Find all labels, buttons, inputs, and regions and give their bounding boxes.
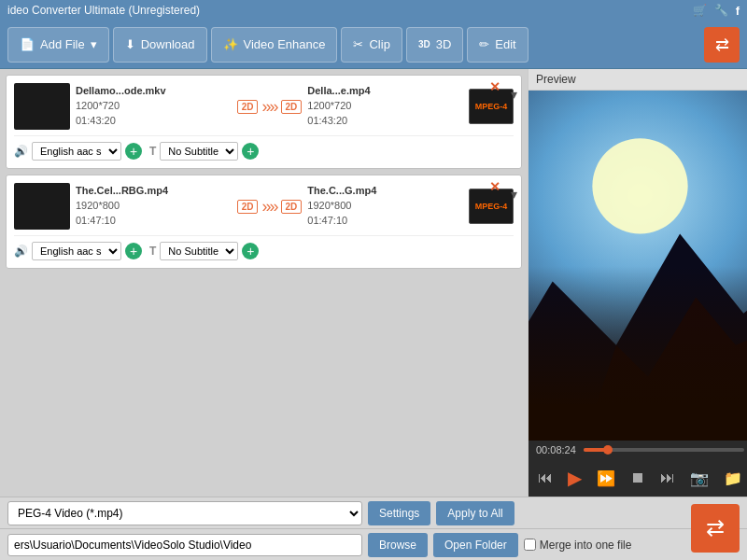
file-thumbnail [14,183,70,230]
file-expand-button[interactable]: ▾ [511,87,517,102]
skip-back-button[interactable]: ⏮ [534,468,557,488]
add-audio-button[interactable]: + [125,143,142,160]
file-input-name: Dellamo...ode.mkv [76,85,232,96]
file-info: Dellamo...ode.mkv 1200*720 01:43:20 [76,85,232,129]
audio-icon: 🔊 [14,145,28,158]
settings-button[interactable]: Settings [368,501,430,525]
file-expand-button[interactable]: ▾ [511,187,517,202]
conversion-arrow: 2D »» 2D [237,97,303,117]
file-item-bottom: 🔊 English aac s + T No Subtitle + [14,135,514,161]
audio-select: 🔊 English aac s + [14,242,142,260]
video-enhance-label: Video Enhance [244,37,326,51]
skip-forward-button[interactable]: ⏭ [656,468,679,488]
edit-label: Edit [495,37,515,51]
subtitle-dropdown[interactable]: No Subtitle [160,142,238,161]
download-label: Download [141,37,195,51]
file-info: The.Cel...RBG.mp4 1920*800 01:47:10 [76,185,232,229]
input-badge: 2D [237,100,259,114]
conversion-arrow: 2D »» 2D [237,197,303,217]
format-select[interactable]: PEG-4 Video (*.mp4) [7,501,362,525]
file-output-name: Della...e.mp4 [307,85,463,96]
stop-button[interactable]: ⏹ [627,468,649,488]
svg-marker-3 [585,298,747,441]
progress-bar[interactable] [584,448,744,452]
file-output-meta: 1200*720 01:43:20 [307,98,463,129]
file-input-name: The.Cel...RBG.mp4 [76,185,232,196]
preview-title: Preview [536,73,576,86]
browse-button[interactable]: Browse [368,533,428,557]
3d-badge: 3D [418,39,430,49]
title-bar: ideo Converter Ultimate (Unregistered) 🛒… [0,0,747,21]
preview-time-bar: 00:08:24 [529,441,747,459]
arrow-icon: »» [261,97,276,117]
output-badge-2d: 2D [281,200,303,214]
file-output-meta: 1920*800 01:47:10 [307,198,463,229]
arrow-icon: »» [261,197,276,217]
toolbar: 📄 Add File ▾ ⬇ Download ✨ Video Enhance … [0,21,747,69]
add-file-icon: 📄 [20,37,35,51]
fast-forward-button[interactable]: ⏩ [593,468,619,489]
file-list: ✕ ▾ Dellamo...ode.mkv 1200*720 01:43:20 … [0,69,528,497]
output-badge-2d: 2D [281,100,303,114]
merge-checkbox[interactable] [524,539,536,551]
merge-text: Merge into one file [540,539,632,552]
preview-header: Preview [529,69,747,91]
preview-panel: Preview [528,69,747,497]
video-enhance-button[interactable]: ✨ Video Enhance [211,27,338,63]
bottom-path-bar: Browse Open Folder Merge into one file [0,528,747,560]
3d-label: 3D [436,37,452,51]
add-file-label: Add File [40,37,85,51]
progress-thumb [603,445,613,455]
audio-select: 🔊 English aac s + [14,142,142,161]
open-folder-button[interactable]: Open Folder [433,533,518,557]
cart-icon[interactable]: 🛒 [693,4,707,18]
add-file-button[interactable]: 📄 Add File ▾ [7,27,109,63]
add-file-dropdown-icon: ▾ [91,37,97,51]
merge-label[interactable]: Merge into one file [524,539,632,552]
add-subtitle-button[interactable]: + [242,243,259,259]
download-icon: ⬇ [125,37,135,51]
subtitle-icon: T [149,245,156,258]
file-item-top: The.Cel...RBG.mp4 1920*800 01:47:10 2D »… [14,183,514,230]
convert-button[interactable]: ⇄ [691,504,740,553]
edit-icon: ✏ [479,37,489,51]
video-enhance-icon: ✨ [223,37,238,51]
add-audio-button[interactable]: + [125,243,142,259]
subtitle-dropdown[interactable]: No Subtitle [160,242,238,260]
download-button[interactable]: ⬇ Download [113,27,207,63]
output-info: Della...e.mp4 1200*720 01:43:20 [307,85,463,129]
file-close-button[interactable]: ✕ [489,179,500,194]
time-display: 00:08:24 [536,444,576,455]
audio-dropdown[interactable]: English aac s [32,242,121,260]
settings-icon[interactable]: 🔧 [714,4,728,18]
preview-controls: ⏮ ▶ ⏩ ⏹ ⏭ 📷 📁 [529,459,747,497]
output-path-input[interactable] [7,534,362,556]
audio-dropdown[interactable]: English aac s [32,142,121,161]
file-close-button[interactable]: ✕ [489,79,500,94]
bottom-format-bar: PEG-4 Video (*.mp4) Settings Apply to Al… [0,497,747,528]
folder-button[interactable]: 📁 [720,468,746,489]
svg-marker-2 [529,233,747,441]
3d-button[interactable]: 3D 3D [406,27,463,63]
main-content: ✕ ▾ Dellamo...ode.mkv 1200*720 01:43:20 … [0,69,747,497]
convert-icon: ⇄ [706,515,725,541]
file-item: ✕ ▾ The.Cel...RBG.mp4 1920*800 01:47:10 … [6,175,522,269]
clip-label: Clip [369,37,389,51]
input-badge: 2D [237,200,259,214]
play-button[interactable]: ▶ [564,465,585,491]
subtitle-icon: T [149,145,156,158]
add-subtitle-button[interactable]: + [242,143,259,160]
screenshot-button[interactable]: 📷 [686,468,712,489]
file-item-top: Dellamo...ode.mkv 1200*720 01:43:20 2D »… [14,83,514,130]
file-input-meta: 1920*800 01:47:10 [76,198,232,229]
audio-icon: 🔊 [14,245,28,258]
apply-all-button[interactable]: Apply to All [436,501,514,525]
output-info: The.C...G.mp4 1920*800 01:47:10 [307,185,463,229]
clip-icon: ✂ [353,37,363,51]
convert-toolbar-button[interactable]: ⇄ [704,27,740,63]
preview-video [529,91,747,441]
edit-button[interactable]: ✏ Edit [467,27,528,63]
file-input-meta: 1200*720 01:43:20 [76,98,232,129]
facebook-icon[interactable]: f [736,4,740,18]
clip-button[interactable]: ✂ Clip [341,27,402,63]
